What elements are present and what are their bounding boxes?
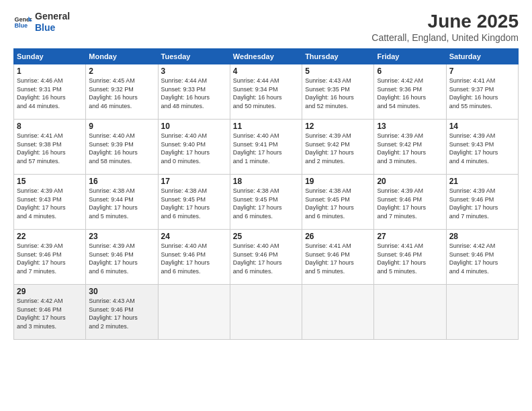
day-number: 16	[89, 177, 154, 186]
day-info: Sunrise: 4:40 AM Sunset: 9:46 PM Dayligh…	[233, 242, 299, 275]
calendar-cell: 14 Sunrise: 4:39 AM Sunset: 9:43 PM Dayl…	[446, 120, 518, 175]
calendar-cell: 30 Sunrise: 4:43 AM Sunset: 9:46 PM Dayl…	[86, 285, 158, 340]
calendar-cell: 23 Sunrise: 4:39 AM Sunset: 9:46 PM Dayl…	[86, 230, 158, 285]
day-info: Sunrise: 4:39 AM Sunset: 9:43 PM Dayligh…	[449, 132, 515, 165]
col-friday: Friday	[374, 49, 446, 64]
day-info: Sunrise: 4:39 AM Sunset: 9:46 PM Dayligh…	[377, 187, 443, 220]
day-number: 27	[377, 232, 443, 241]
day-info: Sunrise: 4:44 AM Sunset: 9:34 PM Dayligh…	[233, 77, 299, 110]
calendar-cell	[230, 285, 302, 340]
calendar-cell: 16 Sunrise: 4:38 AM Sunset: 9:44 PM Dayl…	[86, 175, 158, 230]
day-info: Sunrise: 4:40 AM Sunset: 9:46 PM Dayligh…	[161, 242, 227, 275]
calendar-cell: 11 Sunrise: 4:40 AM Sunset: 9:41 PM Dayl…	[230, 120, 302, 175]
day-number: 19	[305, 177, 371, 186]
day-info: Sunrise: 4:41 AM Sunset: 9:38 PM Dayligh…	[17, 132, 83, 165]
day-info: Sunrise: 4:40 AM Sunset: 9:40 PM Dayligh…	[161, 132, 227, 165]
day-number: 28	[449, 232, 515, 241]
col-thursday: Thursday	[302, 49, 374, 64]
calendar-cell: 4 Sunrise: 4:44 AM Sunset: 9:34 PM Dayli…	[230, 64, 302, 120]
logo-text: General Blue	[35, 11, 70, 34]
calendar-cell: 20 Sunrise: 4:39 AM Sunset: 9:46 PM Dayl…	[374, 175, 446, 230]
calendar-cell: 15 Sunrise: 4:39 AM Sunset: 9:43 PM Dayl…	[14, 175, 86, 230]
calendar-cell: 26 Sunrise: 4:41 AM Sunset: 9:46 PM Dayl…	[302, 230, 374, 285]
day-number: 1	[17, 66, 83, 76]
calendar-cell: 17 Sunrise: 4:38 AM Sunset: 9:45 PM Dayl…	[158, 175, 230, 230]
calendar-cell: 1 Sunrise: 4:46 AM Sunset: 9:31 PM Dayli…	[14, 64, 86, 120]
calendar-cell: 22 Sunrise: 4:39 AM Sunset: 9:46 PM Dayl…	[14, 230, 86, 285]
day-number: 3	[161, 66, 227, 76]
calendar-cell	[158, 285, 230, 340]
day-number: 23	[89, 232, 154, 241]
day-number: 9	[89, 122, 154, 131]
day-number: 12	[305, 122, 371, 131]
day-number: 24	[161, 232, 227, 241]
calendar-cell: 25 Sunrise: 4:40 AM Sunset: 9:46 PM Dayl…	[230, 230, 302, 285]
col-sunday: Sunday	[14, 49, 86, 64]
day-number: 22	[17, 232, 83, 241]
day-info: Sunrise: 4:42 AM Sunset: 9:46 PM Dayligh…	[449, 242, 515, 275]
day-info: Sunrise: 4:40 AM Sunset: 9:41 PM Dayligh…	[233, 132, 299, 165]
day-info: Sunrise: 4:38 AM Sunset: 9:44 PM Dayligh…	[89, 187, 154, 220]
day-number: 6	[377, 66, 443, 76]
day-info: Sunrise: 4:39 AM Sunset: 9:46 PM Dayligh…	[449, 187, 515, 220]
day-number: 21	[449, 177, 515, 186]
location: Catterall, England, United Kingdom	[371, 32, 519, 43]
day-info: Sunrise: 4:40 AM Sunset: 9:39 PM Dayligh…	[89, 132, 154, 165]
day-info: Sunrise: 4:42 AM Sunset: 9:36 PM Dayligh…	[377, 77, 443, 110]
calendar-cell: 12 Sunrise: 4:39 AM Sunset: 9:42 PM Dayl…	[302, 120, 374, 175]
calendar-cell: 19 Sunrise: 4:38 AM Sunset: 9:45 PM Dayl…	[302, 175, 374, 230]
day-number: 17	[161, 177, 227, 186]
calendar-cell	[302, 285, 374, 340]
day-number: 10	[161, 122, 227, 131]
calendar-cell: 7 Sunrise: 4:41 AM Sunset: 9:37 PM Dayli…	[446, 64, 518, 120]
svg-text:Blue: Blue	[14, 22, 28, 29]
day-info: Sunrise: 4:38 AM Sunset: 9:45 PM Dayligh…	[161, 187, 227, 220]
calendar-cell	[446, 285, 518, 340]
day-number: 8	[17, 122, 83, 131]
calendar-cell: 13 Sunrise: 4:39 AM Sunset: 9:42 PM Dayl…	[374, 120, 446, 175]
day-info: Sunrise: 4:38 AM Sunset: 9:45 PM Dayligh…	[233, 187, 299, 220]
month-title: June 2025	[371, 11, 519, 32]
col-tuesday: Tuesday	[158, 49, 230, 64]
day-info: Sunrise: 4:39 AM Sunset: 9:46 PM Dayligh…	[17, 242, 83, 275]
calendar-cell: 27 Sunrise: 4:41 AM Sunset: 9:46 PM Dayl…	[374, 230, 446, 285]
day-number: 25	[233, 232, 299, 241]
calendar: Sunday Monday Tuesday Wednesday Thursday…	[13, 48, 519, 340]
day-number: 26	[305, 232, 371, 241]
calendar-cell: 2 Sunrise: 4:45 AM Sunset: 9:32 PM Dayli…	[86, 64, 158, 120]
calendar-header-row: Sunday Monday Tuesday Wednesday Thursday…	[14, 49, 519, 64]
day-info: Sunrise: 4:41 AM Sunset: 9:46 PM Dayligh…	[305, 242, 371, 275]
calendar-cell: 29 Sunrise: 4:42 AM Sunset: 9:46 PM Dayl…	[14, 285, 86, 340]
calendar-cell: 28 Sunrise: 4:42 AM Sunset: 9:46 PM Dayl…	[446, 230, 518, 285]
day-number: 15	[17, 177, 83, 186]
day-info: Sunrise: 4:46 AM Sunset: 9:31 PM Dayligh…	[17, 77, 83, 110]
calendar-week-row: 15 Sunrise: 4:39 AM Sunset: 9:43 PM Dayl…	[14, 175, 519, 230]
col-monday: Monday	[86, 49, 158, 64]
day-number: 13	[377, 122, 443, 131]
header: General Blue General Blue June 2025 Catt…	[13, 11, 519, 43]
day-info: Sunrise: 4:43 AM Sunset: 9:46 PM Dayligh…	[89, 297, 154, 330]
day-info: Sunrise: 4:45 AM Sunset: 9:32 PM Dayligh…	[89, 77, 154, 110]
calendar-cell: 18 Sunrise: 4:38 AM Sunset: 9:45 PM Dayl…	[230, 175, 302, 230]
day-number: 14	[449, 122, 515, 131]
calendar-cell: 3 Sunrise: 4:44 AM Sunset: 9:33 PM Dayli…	[158, 64, 230, 120]
calendar-cell: 10 Sunrise: 4:40 AM Sunset: 9:40 PM Dayl…	[158, 120, 230, 175]
day-info: Sunrise: 4:44 AM Sunset: 9:33 PM Dayligh…	[161, 77, 227, 110]
title-block: June 2025 Catterall, England, United Kin…	[371, 11, 519, 43]
col-saturday: Saturday	[446, 49, 518, 64]
logo: General Blue General Blue	[13, 11, 70, 34]
day-number: 5	[305, 66, 371, 76]
day-info: Sunrise: 4:39 AM Sunset: 9:42 PM Dayligh…	[305, 132, 371, 165]
day-number: 29	[17, 287, 83, 296]
calendar-cell	[374, 285, 446, 340]
day-info: Sunrise: 4:39 AM Sunset: 9:42 PM Dayligh…	[377, 132, 443, 165]
day-info: Sunrise: 4:43 AM Sunset: 9:35 PM Dayligh…	[305, 77, 371, 110]
day-info: Sunrise: 4:38 AM Sunset: 9:45 PM Dayligh…	[305, 187, 371, 220]
day-info: Sunrise: 4:39 AM Sunset: 9:43 PM Dayligh…	[17, 187, 83, 220]
calendar-cell: 8 Sunrise: 4:41 AM Sunset: 9:38 PM Dayli…	[14, 120, 86, 175]
day-info: Sunrise: 4:41 AM Sunset: 9:37 PM Dayligh…	[449, 77, 515, 110]
calendar-week-row: 1 Sunrise: 4:46 AM Sunset: 9:31 PM Dayli…	[14, 64, 519, 120]
day-number: 11	[233, 122, 299, 131]
calendar-cell: 5 Sunrise: 4:43 AM Sunset: 9:35 PM Dayli…	[302, 64, 374, 120]
logo-icon: General Blue	[13, 13, 32, 32]
